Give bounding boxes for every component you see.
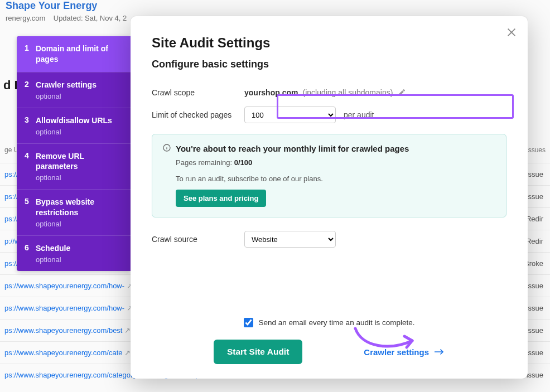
crawl-scope-domain: yourshop.com: [244, 88, 298, 97]
sidebar-item-3[interactable]: 3Allow/disallow URLsoptional: [17, 108, 131, 143]
info-icon: [162, 143, 171, 154]
sidebar-step-number: 5: [25, 197, 36, 228]
email-checkbox-row: Send an email every time an audit is com…: [131, 318, 528, 327]
site-audit-settings-modal: Site Audit Settings Configure basic sett…: [131, 16, 528, 379]
sidebar-step-number: 6: [25, 243, 36, 264]
crawl-scope-label: Crawl scope: [152, 88, 244, 97]
limit-label: Limit of checked pages: [152, 110, 244, 119]
crawler-settings-link[interactable]: Crawler settings: [364, 347, 445, 357]
crawl-source-select[interactable]: Website: [244, 231, 336, 248]
sidebar-item-label: Crawler settings: [36, 80, 97, 90]
sidebar-item-label: Remove URL parameters: [36, 151, 123, 172]
modal-overlay: 1Domain and limit of pages2Crawler setti…: [0, 0, 550, 392]
limit-row: Limit of checked pages 100 per audit: [131, 105, 528, 125]
sidebar-optional-label: optional: [36, 255, 70, 264]
sidebar-optional-label: optional: [36, 173, 123, 182]
limit-suffix: per audit: [344, 110, 374, 119]
see-plans-button[interactable]: See plans and pricing: [176, 190, 266, 207]
alert-subscribe-text: To run an audit, subscribe to one of our…: [176, 175, 496, 183]
limit-select[interactable]: 100: [244, 107, 336, 123]
sidebar-optional-label: optional: [36, 128, 112, 136]
sidebar-step-number: 4: [25, 151, 36, 182]
email-label: Send an email every time an audit is com…: [259, 318, 415, 327]
sidebar-item-label: Schedule: [36, 243, 70, 254]
sidebar-optional-label: optional: [36, 92, 97, 100]
sidebar-step-number: 2: [25, 80, 36, 100]
crawl-scope-row: Crawl scope yourshop.com (including all …: [131, 83, 528, 103]
sidebar-item-6[interactable]: 6Scheduleoptional: [17, 235, 131, 271]
crawl-scope-note: (including all subdomains): [302, 88, 393, 97]
sidebar-step-number: 3: [25, 115, 36, 136]
close-icon[interactable]: [505, 26, 518, 38]
wizard-sidebar: 1Domain and limit of pages2Crawler setti…: [17, 36, 131, 271]
alert-title-text: You're about to reach your monthly limit…: [176, 144, 409, 153]
sidebar-item-2[interactable]: 2Crawler settingsoptional: [17, 72, 131, 108]
sidebar-step-number: 1: [25, 43, 36, 65]
email-checkbox[interactable]: [244, 318, 253, 327]
alert-remaining: Pages remaining: 0/100: [176, 158, 496, 167]
sidebar-item-label: Bypass website restrictions: [36, 197, 123, 218]
crawl-source-label: Crawl source: [152, 235, 244, 244]
sidebar-item-1[interactable]: 1Domain and limit of pages: [17, 36, 131, 72]
edit-icon[interactable]: [397, 88, 406, 97]
sidebar-item-4[interactable]: 4Remove URL parametersoptional: [17, 143, 131, 190]
arrow-right-icon: [435, 348, 445, 356]
limit-alert: You're about to reach your monthly limit…: [152, 134, 506, 217]
modal-subtitle: Configure basic settings: [131, 55, 528, 80]
modal-title: Site Audit Settings: [131, 16, 528, 55]
start-site-audit-button[interactable]: Start Site Audit: [214, 340, 302, 364]
sidebar-item-label: Allow/disallow URLs: [36, 115, 112, 126]
sidebar-item-label: Domain and limit of pages: [36, 43, 123, 65]
sidebar-item-5[interactable]: 5Bypass website restrictionsoptional: [17, 189, 131, 235]
crawl-source-row: Crawl source Website: [131, 220, 528, 248]
sidebar-optional-label: optional: [36, 220, 123, 228]
